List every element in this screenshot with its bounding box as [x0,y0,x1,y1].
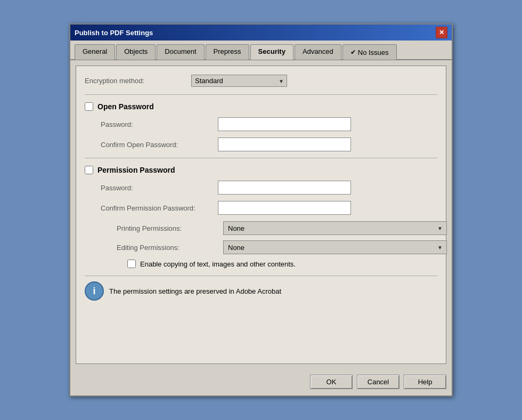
dialog: Publish to PDF Settings ✕ General Object… [69,23,453,397]
title-bar: Publish to PDF Settings ✕ [70,25,452,41]
divider-2 [85,158,437,158]
tab-prepress[interactable]: Prepress [206,44,249,60]
button-row: OK Cancel Help [70,369,452,395]
enable-copy-row: Enable copying of text, images and other… [85,260,437,268]
confirm-open-row: Confirm Open Password: [85,138,437,151]
divider-1 [85,94,437,95]
encryption-row: Encryption method: Standard [85,75,437,87]
encryption-dropdown[interactable]: Standard [191,75,287,87]
tab-document[interactable]: Document [157,44,204,60]
password-label: Password: [101,120,218,128]
confirm-open-label: Confirm Open Password: [101,141,218,149]
enable-copy-label[interactable]: Enable copying of text, images and other… [140,260,296,268]
encryption-dropdown-wrapper: Standard [191,75,287,87]
ok-button[interactable]: OK [310,375,353,389]
printing-perm-dropdown-wrapper: None [223,221,447,235]
open-password-checkbox[interactable] [85,102,93,111]
perm-password-label: Password: [101,184,218,192]
content-area: Encryption method: Standard Open Passwor… [76,66,446,364]
permission-password-row: Permission Password [85,166,437,174]
dialog-title: Publish to PDF Settings [75,29,153,37]
confirm-perm-input[interactable] [218,201,351,215]
cancel-button[interactable]: Cancel [357,375,399,389]
editing-perm-dropdown-wrapper: None [223,240,447,254]
printing-perm-row: Printing Permissions: None [85,221,437,235]
close-button[interactable]: ✕ [436,27,447,38]
tab-security[interactable]: Security [250,44,293,60]
editing-perm-row: Editing Permissions: None [85,240,437,254]
permission-password-checkbox[interactable] [85,166,93,174]
confirm-perm-label: Confirm Permission Password: [101,204,218,212]
perm-password-row: Password: [85,181,437,195]
help-button[interactable]: Help [404,375,446,389]
tab-advanced[interactable]: Advanced [295,44,341,60]
info-bar: i The permission settings are preserved … [85,276,437,301]
open-password-label[interactable]: Open Password [97,102,154,111]
editing-perm-dropdown[interactable]: None [223,240,447,254]
checkmark-icon: ✔ [350,49,356,56]
printing-perm-dropdown[interactable]: None [223,221,447,235]
tabs-row: General Objects Document Prepress Securi… [70,41,452,60]
tab-no-issues-label: No Issues [358,49,389,56]
editing-perm-label: Editing Permissions: [117,244,223,252]
printing-perm-label: Printing Permissions: [117,224,223,232]
confirm-perm-row: Confirm Permission Password: [85,201,437,215]
tab-general[interactable]: General [75,44,115,60]
encryption-label: Encryption method: [85,77,191,85]
perm-password-input[interactable] [218,181,351,195]
open-password-row: Open Password [85,102,437,111]
enable-copy-checkbox[interactable] [127,260,136,268]
permission-password-label[interactable]: Permission Password [97,166,175,174]
info-message: The permission settings are preserved in… [109,287,281,295]
tab-no-issues[interactable]: ✔ No Issues [342,44,397,60]
info-icon: i [85,281,104,301]
password-row: Password: [85,117,437,131]
tab-objects[interactable]: Objects [116,44,156,60]
confirm-open-input[interactable] [218,138,351,151]
password-input[interactable] [218,117,351,131]
